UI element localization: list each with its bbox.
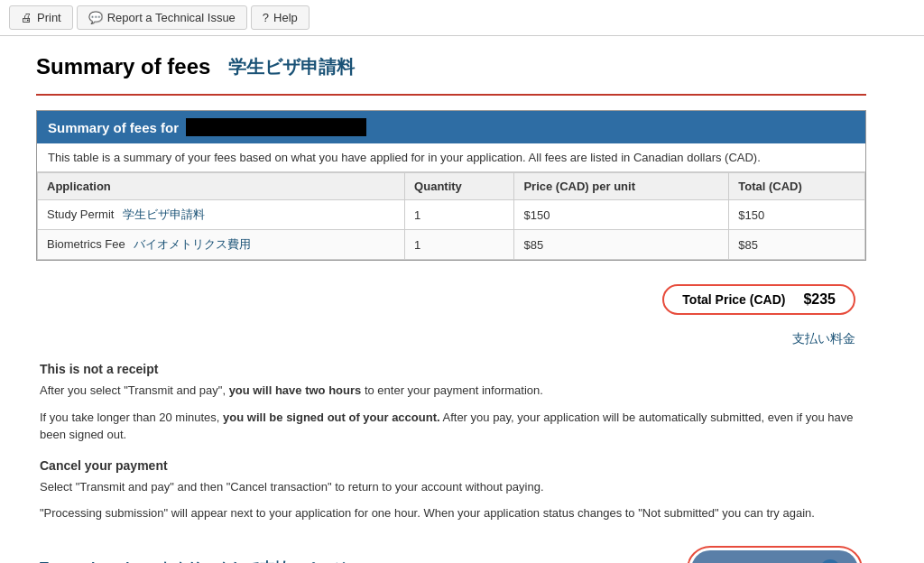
print-button[interactable]: 🖨 Print [9, 5, 73, 30]
quantity-1: 1 [405, 200, 514, 230]
jp-payment-note: 支払い料金 [36, 331, 866, 347]
two-hours-bold: you will have two hours [229, 383, 362, 397]
page-jp-title: 学生ビザ申請料 [228, 55, 355, 79]
cancel-payment-title: Cancel your payment [40, 458, 863, 473]
page-title: Summary of fees [36, 54, 210, 79]
heading-divider [36, 94, 866, 96]
report-label: Report a Technical Issue [107, 11, 236, 24]
main-content: Summary of fees 学生ビザ申請料 Summary of fees … [0, 36, 902, 563]
print-icon: 🖨 [21, 11, 32, 24]
fee-header-prefix: Summary of fees for [48, 120, 179, 135]
col-price: Price (CAD) per unit [514, 173, 729, 200]
quantity-2: 1 [405, 230, 514, 260]
fee-summary-description: This table is a summary of your fees bas… [37, 143, 865, 172]
total-price-label: Total Price (CAD) [682, 292, 785, 307]
price-2: $85 [514, 230, 729, 260]
fee-summary-box: Summary of fees for This table is a summ… [36, 110, 866, 261]
comment-icon: 💬 [88, 11, 103, 24]
col-total: Total (CAD) [729, 173, 865, 200]
table-header-row: Application Quantity Price (CAD) per uni… [38, 173, 865, 200]
not-receipt-para1: After you select "Transmit and pay", you… [40, 382, 863, 400]
arrow-right-icon: ▶ [820, 559, 840, 564]
table-row: Study Permit 学生ビザ申請料 1 $150 $150 [38, 200, 865, 230]
application-name-2: Biometrics Fee バイオメトリクス費用 [38, 230, 405, 260]
price-1: $150 [514, 200, 729, 230]
toolbar: 🖨 Print 💬 Report a Technical Issue ? Hel… [0, 0, 924, 36]
application-name-1: Study Permit 学生ビザ申請料 [38, 200, 405, 230]
report-issue-button[interactable]: 💬 Report a Technical Issue [77, 5, 247, 30]
not-receipt-section: This is not a receipt After you select "… [36, 362, 866, 444]
help-button[interactable]: ? Help [251, 5, 310, 30]
not-receipt-title: This is not a receipt [40, 362, 863, 376]
fee-table: Application Quantity Price (CAD) per uni… [37, 172, 865, 260]
col-quantity: Quantity [405, 173, 514, 200]
total-price-amount: $235 [803, 291, 836, 308]
page-heading: Summary of fees 学生ビザ申請料 [36, 54, 866, 79]
total-1: $150 [729, 200, 865, 230]
transmit-jp-instruction: Transmit and payをクリックして支払いページへ [40, 559, 361, 563]
total-price-row: Total Price (CAD) $235 [36, 275, 866, 324]
signed-out-bold: you will be signed out of your account. [223, 411, 440, 424]
col-application: Application [38, 173, 405, 200]
print-label: Print [37, 11, 61, 24]
total-2: $85 [729, 230, 865, 260]
cancel-payment-section: Cancel your payment Select "Transmit and… [36, 458, 866, 522]
help-label: Help [273, 11, 298, 24]
transmit-pay-button[interactable]: Transmit and pay ▶ [691, 550, 858, 564]
transmit-btn-wrapper: Transmit and pay ▶ [687, 546, 863, 564]
jp-label-2: バイオメトリクス費用 [134, 237, 251, 251]
table-row: Biometrics Fee バイオメトリクス費用 1 $85 $85 [38, 230, 865, 260]
not-receipt-para2: If you take longer than 20 minutes, you … [40, 409, 863, 444]
transmit-section: Transmit and payをクリックして支払いページへ Transmit … [36, 537, 866, 564]
cancel-payment-para2: "Processing submission" will appear next… [40, 504, 863, 522]
total-price-circled: Total Price (CAD) $235 [662, 284, 855, 315]
fee-summary-header: Summary of fees for [37, 111, 865, 143]
help-icon: ? [263, 11, 269, 24]
cancel-payment-para1: Select "Transmit and pay" and then "Canc… [40, 478, 863, 496]
jp-label-1: 学生ビザ申請料 [123, 208, 205, 221]
applicant-name-redacted [186, 118, 366, 136]
